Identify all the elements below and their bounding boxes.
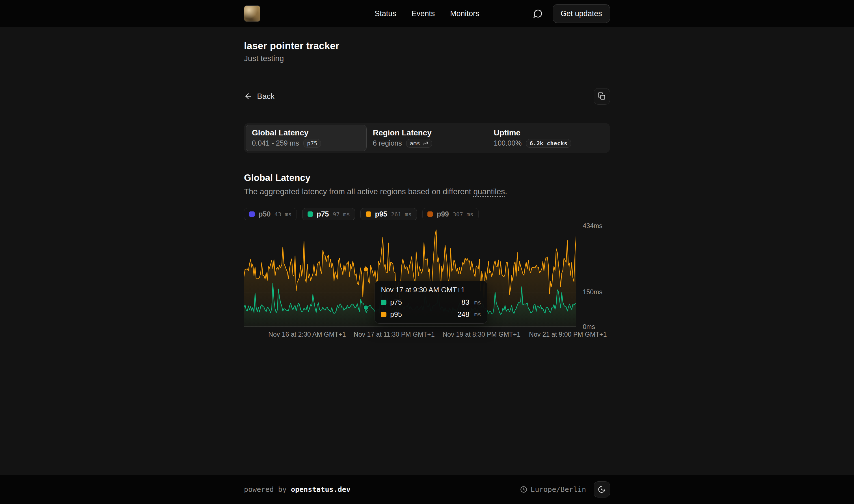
tab-global-latency[interactable]: Global Latency 0.041 - 259 ms p75 [246, 125, 367, 151]
legend-item-p75[interactable]: p7597 ms [302, 208, 355, 220]
section-description: The aggregated latency from all active r… [244, 187, 610, 196]
get-updates-button[interactable]: Get updates [553, 4, 610, 23]
back-button[interactable]: Back [244, 92, 274, 101]
tooltip-row-p95: p95248ms [381, 310, 481, 319]
y-axis: 434ms150ms0ms [583, 226, 610, 327]
region-badge-label: ams [410, 140, 420, 147]
tooltip-row-p75: p7583ms [381, 298, 481, 306]
moon-icon [598, 485, 606, 493]
theme-toggle-button[interactable] [594, 481, 610, 498]
p75-badge: p75 [303, 139, 321, 147]
metric-tabs: Global Latency 0.041 - 259 ms p75 Region… [244, 123, 610, 153]
back-label: Back [257, 92, 274, 101]
message-bubble-icon [532, 8, 543, 19]
legend-value: 97 ms [333, 211, 350, 218]
latency-chart-area: Nov 17 at 9:30 AM GMT+1 p7583msp95248ms … [244, 226, 610, 340]
tab-uptime[interactable]: Uptime 100.00% 6.2k checks [487, 125, 608, 151]
series-label: p75 [390, 298, 402, 306]
status-page-logo[interactable] [244, 5, 260, 22]
legend-label: p50 [258, 210, 271, 218]
legend-swatch [308, 212, 313, 217]
series-label: p95 [390, 310, 402, 319]
legend-value: 261 ms [391, 211, 412, 218]
legend-swatch [366, 212, 371, 217]
timezone-label: Europe/Berlin [531, 485, 586, 493]
nav-item-status[interactable]: Status [375, 9, 396, 18]
tab-region-latency[interactable]: Region Latency 6 regions ams [367, 125, 488, 151]
y-tick: 0ms [583, 323, 595, 331]
description-period: . [505, 187, 507, 196]
legend-swatch [249, 212, 254, 217]
legend-label: p99 [437, 210, 449, 218]
tab-subtitle: 100.00% [494, 139, 522, 147]
powered-by: powered by openstatus.dev [244, 485, 350, 493]
region-badge: ams [406, 139, 432, 147]
tooltip-title: Nov 17 at 9:30 AM GMT+1 [375, 281, 487, 298]
series-swatch [381, 312, 386, 317]
chart-tooltip: Nov 17 at 9:30 AM GMT+1 p7583msp95248ms [375, 281, 487, 324]
series-value: 248 [457, 310, 469, 319]
legend-value: 43 ms [274, 211, 292, 218]
copy-icon [598, 92, 606, 100]
x-tick: Nov 21 at 9:00 PM GMT+1 [529, 331, 607, 338]
legend-label: p95 [375, 210, 387, 218]
tab-subtitle: 0.041 - 259 ms [252, 139, 299, 147]
x-tick: Nov 16 at 2:30 AM GMT+1 [268, 331, 346, 338]
series-value: 83 [461, 298, 469, 306]
checks-badge: 6.2k checks [526, 139, 571, 147]
y-tick: 150ms [583, 288, 602, 296]
latency-chart[interactable]: Nov 17 at 9:30 AM GMT+1 p7583msp95248ms [244, 226, 576, 327]
legend-value: 307 ms [453, 211, 473, 218]
tab-title: Region Latency [373, 128, 481, 138]
tab-subtitle: 6 regions [373, 139, 402, 147]
legend-item-p99[interactable]: p99307 ms [422, 208, 478, 220]
quantiles-link[interactable]: quantiles [473, 187, 505, 196]
page-footer: powered by openstatus.dev Europe/Berlin [0, 475, 854, 504]
section-title: Global Latency [244, 173, 610, 183]
x-axis: Nov 16 at 2:30 AM GMT+1Nov 17 at 11:30 P… [244, 331, 576, 340]
page-title: laser pointer tracker [244, 40, 610, 51]
series-swatch [381, 300, 386, 305]
trending-up-icon [422, 140, 428, 146]
powered-by-label: powered by [244, 485, 287, 493]
x-tick: Nov 17 at 11:30 PM GMT+1 [353, 331, 435, 338]
copy-link-button[interactable] [594, 88, 610, 105]
series-unit: ms [474, 299, 481, 306]
legend-label: p75 [316, 210, 329, 218]
y-tick: 434ms [583, 222, 602, 230]
main-content: laser pointer tracker Just testing Back … [0, 27, 854, 475]
top-navigation: Status Events Monitors Get updates [0, 0, 854, 27]
chart-legend: p5043 msp7597 msp95261 msp99307 ms [244, 208, 610, 220]
legend-item-p50[interactable]: p5043 ms [244, 208, 297, 220]
tab-title: Uptime [494, 128, 602, 138]
nav-item-events[interactable]: Events [412, 9, 435, 18]
openstatus-link[interactable]: openstatus.dev [291, 485, 350, 493]
legend-item-p95[interactable]: p95261 ms [360, 208, 417, 220]
page-subtitle: Just testing [244, 54, 610, 63]
description-text: The aggregated latency from all active r… [244, 187, 473, 196]
arrow-left-icon [244, 92, 253, 101]
feedback-button[interactable] [530, 6, 545, 21]
nav-item-monitors[interactable]: Monitors [450, 9, 479, 18]
legend-swatch [428, 212, 433, 217]
series-unit: ms [474, 311, 481, 318]
timezone-display: Europe/Berlin [520, 485, 586, 493]
x-tick: Nov 19 at 8:30 PM GMT+1 [443, 331, 521, 338]
nav-links: Status Events Monitors [375, 9, 479, 18]
tab-title: Global Latency [252, 128, 360, 138]
clock-icon [520, 486, 527, 493]
